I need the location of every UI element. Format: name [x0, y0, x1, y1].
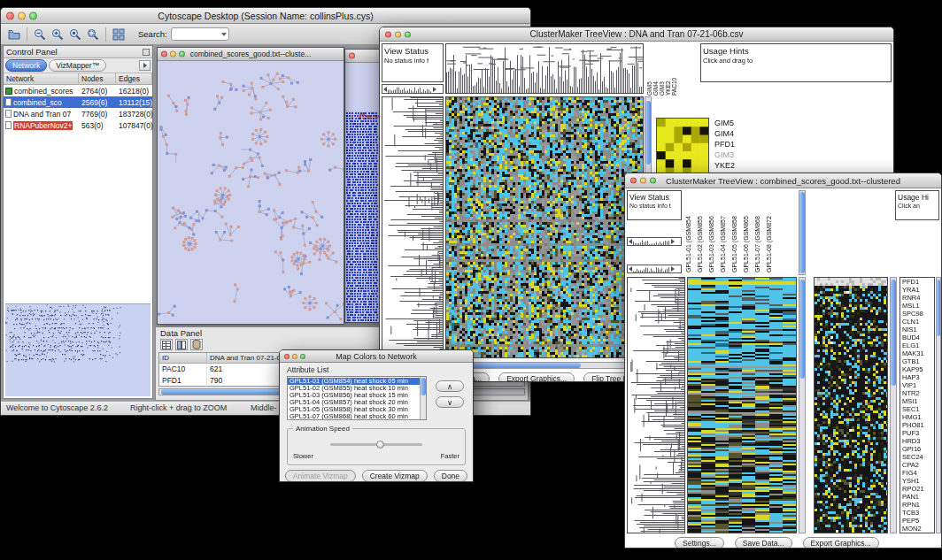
gene-label[interactable]: KAP95 [902, 365, 934, 373]
open-folder-icon[interactable] [5, 26, 23, 43]
column-label[interactable]: GIM5 [646, 44, 652, 96]
scroll-right-icon[interactable] [671, 266, 675, 272]
gene-label[interactable]: BUD4 [902, 334, 934, 341]
main-titlebar[interactable]: Cytoscape Desktop (Session Name: collins… [1, 8, 530, 24]
table-icon[interactable] [160, 339, 173, 350]
gene-label[interactable]: ELG1 [902, 341, 934, 349]
gene-label[interactable]: HRD3 [902, 437, 934, 445]
scroll-right-icon[interactable] [433, 87, 436, 92]
zoom-button[interactable] [650, 178, 656, 184]
column-header-nodes[interactable]: Nodes [79, 73, 116, 85]
tv-settings-button[interactable]: Settings... [675, 537, 724, 548]
column-label[interactable]: PAC10 [671, 44, 677, 96]
close-button[interactable] [385, 31, 391, 37]
gene-label[interactable]: SEC1 [902, 405, 934, 413]
tree-nav-strip[interactable] [382, 84, 444, 94]
dialog-done-button[interactable]: Done [434, 470, 467, 481]
tab-vizmapper[interactable]: VizMapper™ [49, 59, 106, 72]
gene-label[interactable]: RPO21 [902, 485, 934, 493]
gene-label[interactable]: YRA1 [902, 286, 934, 294]
tv-save-data-button[interactable]: Save Data... [735, 537, 792, 548]
background-window-titlebar[interactable] [345, 50, 379, 63]
zoom-fit-icon[interactable] [84, 26, 102, 43]
network-list-row[interactable]: RNAPuberNov2+563(0)107847(0) [4, 119, 152, 131]
mini-dendrogram-canvas[interactable] [633, 239, 670, 245]
gene-label[interactable]: CPA2 [902, 461, 934, 469]
tv-export-graphics-button[interactable]: Export Graphics... [803, 537, 879, 548]
gene-label[interactable]: GIM3 [714, 150, 739, 160]
scrollbar-thumb[interactable] [799, 192, 805, 273]
column-label[interactable]: GPL51-08 (GSM872 [766, 191, 777, 272]
zoom-button[interactable] [179, 51, 185, 58]
zoom-in-icon[interactable] [49, 26, 66, 43]
horizontal-scrollbar[interactable] [445, 362, 644, 369]
gene-label[interactable]: TCB3 [902, 509, 934, 517]
gene-label[interactable]: PAN1 [902, 493, 934, 501]
column-label[interactable]: GPL51-07 (GSM868 [754, 191, 766, 272]
zoom-button[interactable] [29, 12, 37, 19]
close-button[interactable] [630, 178, 637, 184]
scroll-left-icon[interactable] [629, 266, 632, 272]
vertical-scrollbar[interactable] [799, 277, 806, 533]
vertical-scrollbar[interactable] [890, 277, 897, 533]
gene-label[interactable]: YSH1 [902, 477, 934, 485]
attribute-listbox[interactable]: GPL51-01 (GSM854) heat shock 05 minGPL51… [287, 376, 427, 420]
gene-label[interactable]: YKE2 [714, 160, 739, 171]
gene-label[interactable]: GIM4 [714, 128, 739, 139]
gene-label[interactable]: GIM5 [714, 118, 739, 128]
scrollbar-thumb[interactable] [421, 378, 426, 395]
gene-label[interactable]: HMG1 [902, 413, 934, 421]
move-up-button[interactable]: ∧ [436, 380, 464, 392]
database-icon[interactable] [190, 339, 203, 350]
gene-label[interactable]: PEP5 [902, 517, 934, 525]
mini-dendrogram-canvas[interactable] [633, 266, 670, 272]
network-overview-canvas[interactable] [5, 303, 151, 396]
dna-export-graphics-button[interactable]: Export Graphics... [498, 372, 575, 381]
vertical-scrollbar[interactable] [936, 277, 941, 533]
mini-dendrogram-canvas[interactable] [388, 86, 432, 93]
gene-label[interactable]: PFD1 [714, 139, 739, 150]
gene-label[interactable]: PUF3 [902, 429, 934, 437]
network-list-row[interactable]: DNA and Tran 077769(0)183728(0) [4, 108, 152, 119]
gene-label[interactable]: SEC24 [902, 453, 934, 461]
attribute-item[interactable]: GPL51-07 (GSM868) heat shock 60 min [288, 413, 420, 420]
heatmap-canvas[interactable] [446, 97, 643, 357]
tree-nav-strip[interactable] [627, 265, 682, 273]
minimize-button[interactable] [170, 51, 176, 58]
zoom-button[interactable] [405, 31, 411, 37]
column-label[interactable]: GIM4 [652, 44, 659, 96]
column-header-network[interactable]: Network [4, 73, 79, 85]
network-canvas[interactable] [158, 61, 344, 324]
select-columns-icon[interactable] [175, 339, 188, 350]
gene-label[interactable]: RPN1 [902, 501, 934, 509]
column-label[interactable]: YKE2 [665, 44, 671, 96]
row-dendrogram-canvas[interactable] [628, 278, 684, 533]
minimize-button[interactable] [395, 31, 401, 37]
dna-titlebar[interactable]: ClusterMaker TreeView : DNA and Tran 07-… [380, 27, 893, 42]
secondary-heatmap-canvas[interactable] [815, 278, 887, 533]
scrollbar-thumb[interactable] [937, 280, 940, 336]
list-scrollbar[interactable] [420, 377, 426, 419]
network-window-titlebar[interactable]: combined_scores_good.txt--cluste... [158, 48, 344, 61]
gene-label[interactable]: MON2 [902, 525, 934, 533]
combined-titlebar[interactable]: ClusterMaker TreeView : combined_scores_… [625, 173, 941, 188]
column-header-id[interactable]: ID [159, 353, 207, 364]
move-down-button[interactable]: ∨ [436, 396, 464, 408]
column-label[interactable]: GPL51-03 (GSM856 [708, 191, 720, 272]
column-label[interactable]: GPL51-01 (GSM854 [685, 191, 697, 272]
column-label[interactable]: GIM3 [659, 44, 665, 96]
column-header-edges[interactable]: Edges [116, 73, 152, 85]
float-panel-icon[interactable] [143, 49, 150, 56]
dialog-create-vizmap-button[interactable]: Create Vizmap [362, 470, 428, 481]
scrollbar-thumb[interactable] [645, 101, 651, 165]
tab-network[interactable]: Network [5, 59, 47, 72]
zoom-button[interactable] [300, 354, 305, 359]
close-button[interactable] [6, 12, 14, 19]
scrollbar-thumb[interactable] [891, 280, 896, 386]
gene-label[interactable]: NIS1 [902, 326, 934, 334]
network-list-row[interactable]: combined_sco2569(6)13112(15) [4, 96, 152, 108]
column-label[interactable]: GPL51-05 (GSM858 [731, 191, 743, 272]
dialog-titlebar[interactable]: Map Colors to Network [280, 350, 473, 363]
gene-label[interactable]: FIG4 [902, 469, 934, 477]
column-dendrogram-canvas[interactable] [446, 44, 643, 93]
